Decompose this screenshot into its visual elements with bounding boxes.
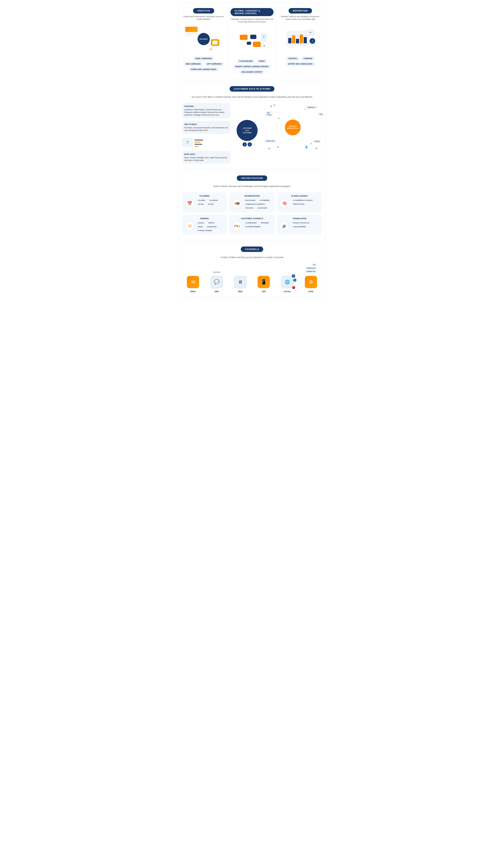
web-channel-label: WEB (238, 290, 242, 293)
cms-label: CMS (318, 113, 324, 116)
tag-ai-powered: AI POWERED (258, 199, 271, 202)
journey-flow-icon (234, 223, 240, 229)
social-icon-wrap: 🌐 f in 📷 (280, 275, 294, 289)
tag-export: EXPORT AND CONSOLIDATE (286, 62, 315, 66)
flows-illustration: 👕 ⚙ (231, 28, 273, 56)
social-channel-icon: 🌐 (285, 280, 290, 284)
cdp-center-hub: CUSTOMER DATA PLATFORM 👤 👤 (233, 103, 261, 164)
translation-icon: 🔊 (280, 221, 289, 231)
ai-inner: 🧠 AI POWERED BY GOOGLE THIRD PARTIES (280, 199, 319, 208)
cdp-content-area: TRACKING: LeadScore, Visited Pages, Visi… (182, 103, 322, 164)
orch-title-area: ORCHESTRATION (182, 175, 322, 182)
social-channel-label: SOCIAL (284, 290, 291, 293)
tag-inherit-content: INHERIT CONTENT & BRAND CONTROL (233, 65, 271, 68)
line3 (185, 35, 193, 35)
cursor-icon: ➤ (210, 47, 213, 51)
reporting-tags: STATISTIC COMPARE EXPORT AND CONSOLIDATE (279, 56, 322, 66)
tag-app-campaigns: APP CAMPAIGNS (204, 62, 224, 66)
flow-block-3 (247, 42, 251, 45)
erp-group: ERP&CRM 📊 🔷 (266, 112, 272, 116)
segmentation-card: SEGMENTATION RULE-BASED AI POWERED COMBI… (230, 192, 274, 212)
bar2 (292, 35, 295, 43)
bar4 (300, 35, 303, 43)
shopify2-icon: S (305, 108, 306, 111)
sending-inner: ✉ MANUAL REPEAT FEEDS SCHEDULED DYNAMIC … (185, 221, 224, 232)
webshop-group: 🛍 W WEBSHOP W (306, 106, 317, 109)
builders-circle: BUILDERS (198, 33, 210, 45)
channel-data: API WEBHOOKS CONNECTOR ⚙ DATA (304, 263, 318, 293)
cdp-hub-area: CUSTOMER DATA PLATFORM 👤 👤 (237, 120, 257, 146)
cdp-integrations: STANDARD INTEGRATIONS 🛍 W WEBSHOP W CMS … (264, 103, 322, 164)
reporting-col: REPORTING Detailed Statistics with intel… (277, 6, 324, 76)
tag-combinable: COMBINABLE SEGMENTS (244, 202, 267, 206)
standard-integrations-hub: STANDARD INTEGRATIONS (285, 120, 301, 135)
cdp-section: CUSTOMER DATA PLATFORM Our built-in CDP … (179, 83, 325, 169)
snowflake-5: ❄ (315, 147, 318, 150)
gear-icon: ⚙ (262, 43, 267, 49)
flow-block-4 (253, 42, 261, 47)
sending-card: SENDING ✉ MANUAL REPEAT FEEDS SCHEDULED … (182, 215, 227, 235)
chart-axis (288, 43, 302, 44)
tag-rule-based-seg: RULE-BASED (244, 199, 257, 202)
sending-tags: MANUAL REPEAT FEEDS SCHEDULED DYNAMIC SE… (196, 221, 224, 232)
avatar-2: 👤 (248, 142, 252, 146)
tag-languagewire: LANGUAGEWIRE (291, 225, 307, 228)
flows-subtitle: Campaign Content based on advanced Rules… (231, 18, 273, 23)
segment-svg-icon (234, 200, 240, 207)
magento-icon: M (273, 104, 275, 107)
tag-autoresponders: AUTORESPONDERS (244, 225, 262, 228)
svg-point-2 (234, 226, 235, 227)
data-icon-wrap: ⚙ (304, 275, 318, 289)
tag-feeds-send: FEEDS (196, 225, 204, 228)
tag-ad-hoc: AD-HOC (196, 202, 205, 206)
bar-4 (194, 146, 199, 147)
mail2sms-tag: MAIL2SMS (213, 271, 220, 273)
email-channel-label: EMAIL (190, 290, 196, 293)
erp-label: ERP&CRM (266, 111, 272, 117)
cdp-mid-illus: 👕 (182, 138, 231, 148)
tag-flows: FLOWS (206, 202, 215, 206)
channels-section: CHANNELS Content, Profiles and Data can … (179, 243, 325, 298)
instagram-icon: 📷 (292, 286, 295, 289)
email-icon-wrap: ✉ (186, 275, 200, 289)
channels-badge: CHANNELS (241, 247, 263, 252)
cdp-title-area: CUSTOMER DATA PLATFORM (182, 86, 322, 93)
translate-icon: 🔊 (282, 224, 287, 228)
email-channel-icon: ✉ (191, 279, 195, 285)
planning-title: PLANNING (185, 195, 224, 197)
segmentation-title: SEGMENTATION (232, 195, 272, 197)
planning-card: PLANNING 📅 FOLDERS CALENDAR AD-HOC FLOWS (182, 192, 227, 212)
tag-manual: MANUAL (196, 221, 206, 225)
flow-block-1 (240, 35, 248, 40)
sms-icon-wrap: 💬 (210, 275, 224, 289)
segmentation-tags: RULE-BASED AI POWERED COMBINABLE SEGMENT… (244, 199, 272, 210)
snowflake-1: ❄ (270, 105, 272, 108)
reporting-subtitle: Detailed Statistics with intelligent com… (279, 15, 322, 21)
chart-bars (288, 33, 307, 43)
planning-icon: 📅 (185, 199, 194, 208)
channels-title-area: CHANNELS (182, 247, 322, 254)
tag-folders: FOLDERS (196, 199, 207, 202)
sms-icon-bg: 💬 (211, 276, 223, 288)
svg-point-4 (237, 226, 238, 227)
bar-1 (194, 140, 203, 140)
channel-web: 🖥 WEB (233, 275, 247, 293)
eye-icon: 👁 (277, 146, 279, 148)
cms-group: CMS ◆ (318, 112, 320, 116)
sending-icon: ✉ (185, 221, 194, 231)
flows-badge: FLOWS, CONTENT & BRAND CONTROL (231, 8, 273, 16)
creative-illus-container: BUILDERS ➤ (184, 25, 223, 53)
webshop-label: WEBSHOP (306, 106, 316, 109)
top-three-cols: CREATIVE Easily build Omnichannel Campai… (179, 3, 325, 80)
tag-tracking-seg: TRACKING (244, 207, 255, 210)
line2 (185, 34, 198, 34)
tag-ai-google: AI POWERED BY GOOGLE (291, 199, 314, 202)
cdp-user-icons: 👤 👤 (242, 142, 252, 146)
svg-point-3 (239, 226, 240, 227)
translation-inner: 🔊 GOOGLE TRANSLATE LANGUAGEWIRE (280, 221, 319, 231)
creative-subtitle: Easily build Omnichannel Campaigns using… (182, 15, 225, 21)
tag-feeds: FEEDS (257, 59, 267, 63)
reporting-illustration: ⇄ 👤 (279, 25, 322, 53)
sms-bubble (213, 41, 218, 45)
creative-col: CREATIVE Easily build Omnichannel Campai… (180, 6, 227, 76)
